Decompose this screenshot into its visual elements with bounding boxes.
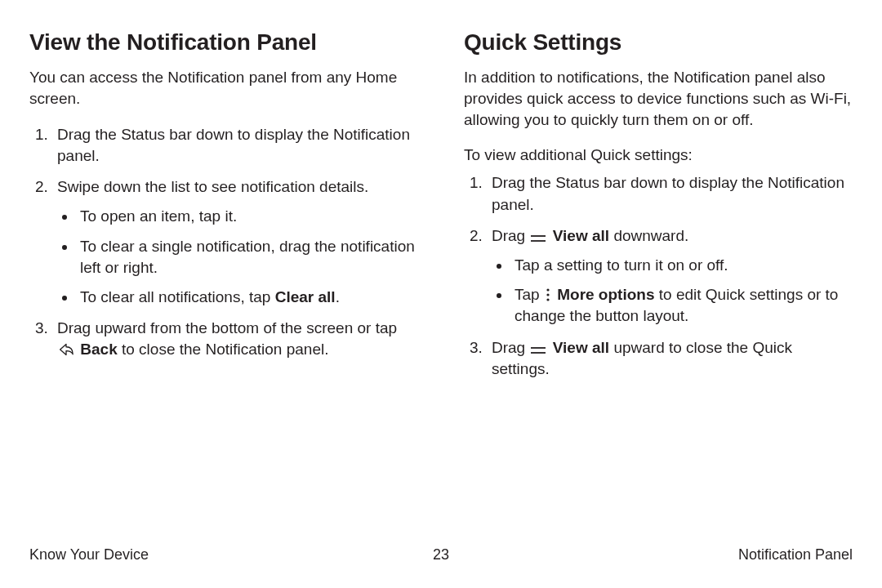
clear-all-label: Clear all xyxy=(275,288,336,305)
svg-point-2 xyxy=(546,289,549,292)
left-step-2-b2: To clear a single notification, drag the… xyxy=(77,236,418,278)
left-step-2-b3: To clear all notifications, tap Clear al… xyxy=(77,287,418,308)
back-label: Back xyxy=(76,341,118,358)
more-options-icon xyxy=(545,287,551,302)
text: Drag xyxy=(492,339,529,356)
view-all-label: View all xyxy=(548,339,609,356)
left-step-2-b1: To open an item, tap it. xyxy=(77,206,418,227)
text: . xyxy=(336,288,340,305)
two-column-layout: View the Notification Panel You can acce… xyxy=(29,29,853,390)
text: Drag xyxy=(492,227,529,244)
text: Drag upward from the bottom of the scree… xyxy=(57,319,397,336)
footer-right: Notification Panel xyxy=(738,546,853,564)
footer-page-number: 23 xyxy=(433,546,449,564)
left-heading: View the Notification Panel xyxy=(29,29,418,56)
view-all-icon xyxy=(530,345,546,355)
page-footer: Know Your Device 23 Notification Panel xyxy=(29,546,853,564)
left-step-2: Swipe down the list to see notification … xyxy=(52,176,418,308)
right-step-2-b1: Tap a setting to turn it on or off. xyxy=(511,255,853,276)
svg-point-3 xyxy=(546,294,549,296)
left-step-3: Drag upward from the bottom of the scree… xyxy=(52,318,418,360)
right-step-2-b2: Tap More options to edit Quick settings … xyxy=(511,284,853,327)
view-all-icon xyxy=(530,234,546,243)
left-column: View the Notification Panel You can acce… xyxy=(29,29,418,390)
left-step-2-text: Swipe down the list to see notification … xyxy=(57,178,368,195)
right-column: Quick Settings In addition to notificati… xyxy=(464,29,853,390)
text: Tap xyxy=(514,286,544,303)
right-steps: Drag the Status bar down to display the … xyxy=(464,172,853,380)
footer-left: Know Your Device xyxy=(29,546,149,564)
left-step-1: Drag the Status bar down to display the … xyxy=(52,124,418,167)
svg-point-4 xyxy=(546,299,549,301)
right-step-2: Drag View all downward. Tap a setting to… xyxy=(487,225,853,327)
text: to close the Notification panel. xyxy=(118,341,329,358)
left-steps: Drag the Status bar down to display the … xyxy=(29,124,418,361)
right-step-1: Drag the Status bar down to display the … xyxy=(487,172,853,215)
left-intro: You can access the Notification panel fr… xyxy=(29,67,418,109)
right-step-3: Drag View all upward to close the Quick … xyxy=(487,337,853,380)
right-step-2-bullets: Tap a setting to turn it on or off. Tap … xyxy=(492,255,853,327)
right-lead: To view additional Quick settings: xyxy=(464,145,853,166)
right-heading: Quick Settings xyxy=(464,29,853,56)
view-all-label: View all xyxy=(548,227,609,244)
back-icon xyxy=(58,342,74,357)
more-options-label: More options xyxy=(553,286,655,303)
left-step-2-bullets: To open an item, tap it. To clear a sing… xyxy=(57,206,418,308)
right-intro: In addition to notifications, the Notifi… xyxy=(464,67,853,130)
text: downward. xyxy=(609,227,688,244)
text: To clear all notifications, tap xyxy=(80,288,275,305)
